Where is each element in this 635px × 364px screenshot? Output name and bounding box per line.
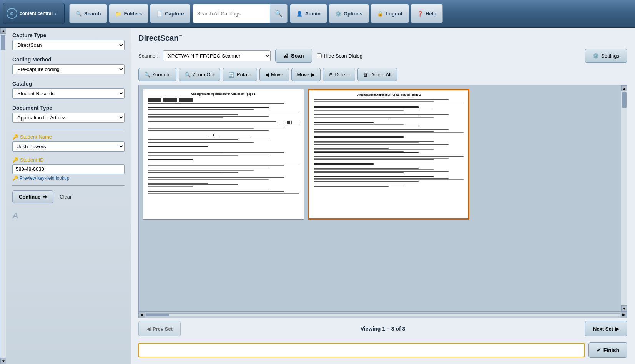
continue-label: Continue: [19, 194, 40, 200]
scroll-down-button[interactable]: ▼: [0, 358, 7, 364]
doc-scroll-down[interactable]: ▼: [621, 305, 627, 311]
move-left-button[interactable]: ◀ Move: [259, 68, 289, 81]
zoom-in-icon: 🔍: [144, 72, 150, 78]
main-layout: ▲ ▼ Capture Type DirectScan Coding Metho…: [0, 28, 635, 364]
continue-arrow-icon: ➡: [43, 194, 47, 200]
zoom-out-button[interactable]: 🔍 Zoom Out: [179, 68, 221, 81]
help-label: Help: [426, 11, 436, 17]
sidebar-scrollbar[interactable]: ▲ ▼: [0, 28, 6, 364]
app-name: content central: [20, 11, 53, 16]
scan-button[interactable]: 🖨 Scan: [275, 49, 312, 63]
page1-logo-block2: [163, 98, 177, 102]
help-icon: ❓: [417, 11, 423, 17]
bottom-nav: ◀ Prev Set Viewing 1 – 3 of 3 Next Set ▶: [138, 318, 627, 339]
help-button[interactable]: ❓ Help: [411, 4, 443, 23]
finish-row: ✔ Finish: [138, 339, 627, 358]
doc-scroll-up[interactable]: ▲: [621, 85, 627, 91]
finish-input[interactable]: [138, 343, 585, 357]
student-id-input[interactable]: [12, 164, 125, 174]
app-version: v6: [54, 11, 59, 16]
prev-set-button[interactable]: ◀ Prev Set: [138, 321, 181, 336]
search-icon: 🔍: [76, 11, 82, 17]
document-page-2[interactable]: Undergraduate Application for Admission …: [308, 89, 469, 220]
settings-button[interactable]: ⚙️ Settings: [585, 49, 627, 63]
capture-button[interactable]: 📄 Capture: [150, 4, 190, 23]
doc-scroll-track: [621, 91, 627, 305]
move-left-icon: ◀: [265, 72, 269, 78]
next-set-button[interactable]: Next Set ▶: [585, 321, 627, 336]
scroll-thumb: [1, 35, 5, 50]
zoom-in-button[interactable]: 🔍 Zoom In: [138, 68, 176, 81]
admin-button[interactable]: 👤 Admin: [290, 4, 327, 23]
check-fill: [287, 121, 290, 124]
search-label: Search: [84, 11, 101, 17]
coding-method-label: Coding Method: [12, 56, 125, 63]
search-all-input[interactable]: [193, 4, 270, 23]
scan-icon: 🖨: [283, 53, 289, 59]
options-button[interactable]: ⚙️ Options: [329, 4, 369, 23]
logo-watermark: A: [12, 211, 125, 221]
key-icon-2: 🔑: [12, 157, 18, 163]
catalog-select[interactable]: Student Records: [12, 88, 125, 99]
logout-button[interactable]: 🔒 Logout: [371, 4, 409, 23]
scanner-row: Scanner: XPCTWAIN TIFF/JPEG Scanner 🖨 Sc…: [138, 49, 627, 63]
move-right-button[interactable]: Move ▶: [291, 68, 321, 81]
search-all-container: 🔍: [193, 4, 288, 23]
delete-button[interactable]: ⊖ Delete: [323, 68, 355, 81]
logout-icon: 🔒: [377, 11, 383, 17]
hide-scan-label: Hide Scan Dialog: [324, 53, 362, 59]
bottom-buttons: Continue ➡ Clear: [12, 190, 125, 203]
student-name-select[interactable]: Josh Powers: [12, 141, 125, 152]
doc-h-thumb: [146, 314, 169, 316]
rotate-button[interactable]: 🔄 Rotate: [223, 68, 257, 81]
folders-button[interactable]: 📁 Folders: [109, 4, 148, 23]
options-icon: ⚙️: [335, 11, 341, 17]
finish-check-icon: ✔: [597, 347, 601, 353]
page1-title: Undergraduate Application for Admission …: [146, 93, 301, 95]
delete-all-button[interactable]: 🗑 Delete All: [357, 68, 397, 81]
settings-label: Settings: [601, 53, 619, 59]
folders-label: Folders: [124, 11, 142, 17]
page-title: DirectScan™: [138, 34, 627, 43]
search-button[interactable]: 🔍 Search: [69, 4, 107, 23]
key-icon-1: 🔑: [12, 134, 18, 140]
coding-method-select[interactable]: Pre-capture coding: [12, 64, 125, 74]
doc-scroll-left[interactable]: ◀: [139, 312, 145, 318]
rotate-icon: 🔄: [228, 72, 234, 78]
document-page-1[interactable]: Undergraduate Application for Admission …: [143, 89, 304, 220]
scroll-up-button[interactable]: ▲: [0, 28, 7, 34]
zoom-out-icon: 🔍: [185, 72, 191, 78]
doc-h-scrollbar[interactable]: ◀ ▶: [139, 311, 627, 318]
divider: [12, 129, 125, 129]
logo-icon: c: [7, 8, 17, 19]
doc-scroll-right[interactable]: ▶: [621, 312, 627, 318]
top-nav: c content central v6 🔍 Search 📁 Folders …: [0, 0, 635, 28]
admin-icon: 👤: [296, 11, 303, 17]
preview-key-field-link[interactable]: 🔑 Preview key-field lookup: [12, 175, 125, 181]
search-all-button[interactable]: 🔍: [270, 4, 287, 23]
preview-key-icon: 🔑: [12, 175, 18, 181]
capture-type-label: Capture Type: [12, 32, 125, 38]
doc-h-track: [146, 313, 620, 316]
finish-button[interactable]: ✔ Finish: [588, 342, 627, 358]
page1-logo-block3: [179, 98, 193, 102]
doc-v-scrollbar[interactable]: ▲ ▼: [621, 85, 627, 311]
logo: c content central v6: [3, 3, 65, 24]
capture-icon: 📄: [156, 11, 163, 17]
delete-icon: ⊖: [329, 72, 333, 78]
hide-scan-checkbox[interactable]: [317, 53, 322, 58]
document-preview-inner[interactable]: Undergraduate Application for Admission …: [139, 85, 621, 311]
scanner-select[interactable]: XPCTWAIN TIFF/JPEG Scanner: [163, 50, 271, 61]
next-icon: ▶: [615, 326, 619, 332]
trademark: ™: [179, 34, 183, 38]
capture-label: Capture: [165, 11, 184, 17]
scroll-track: [0, 34, 6, 358]
document-type-select[interactable]: Application for Admiss: [12, 113, 125, 123]
capture-type-select[interactable]: DirectScan: [12, 40, 125, 50]
clear-link[interactable]: Clear: [60, 194, 71, 200]
sidebar: Capture Type DirectScan Coding Method Pr…: [6, 28, 131, 364]
logout-label: Logout: [386, 11, 402, 17]
continue-button[interactable]: Continue ➡: [12, 190, 53, 203]
sidebar-wrapper: ▲ ▼ Capture Type DirectScan Coding Metho…: [0, 28, 131, 364]
divider2: [12, 185, 125, 186]
